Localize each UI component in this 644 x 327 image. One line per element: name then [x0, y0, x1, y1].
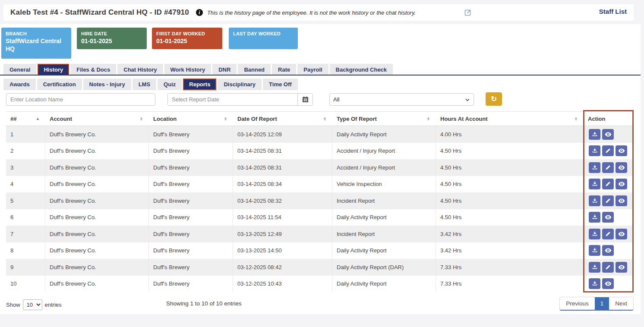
first-day-worked-value: 01-01-2025 — [156, 37, 218, 45]
tab-payroll[interactable]: Payroll — [297, 64, 328, 75]
column-header-location[interactable]: Location▲▼ — [149, 112, 233, 126]
type-of-report-cell: Daily Activity Report (DAR) — [332, 259, 436, 276]
sort-both-icon: ▲▼ — [323, 117, 327, 121]
tab-notes-injury[interactable]: Notes - Injury — [83, 79, 131, 90]
edit-report-button[interactable] — [602, 195, 614, 206]
tab-disciplinary[interactable]: Disciplinary — [218, 79, 262, 90]
tab-quiz[interactable]: Quiz — [158, 79, 182, 90]
report-date-input[interactable] — [168, 94, 297, 105]
view-report-button[interactable] — [602, 245, 614, 256]
tab-general[interactable]: General — [3, 64, 36, 75]
tab-certification[interactable]: Certification — [37, 79, 82, 90]
account-cell: Duff's Brewery Co. — [45, 259, 149, 276]
pencil-icon — [605, 165, 611, 170]
download-report-button[interactable] — [589, 229, 600, 239]
tab-time-off[interactable]: Time Off — [263, 79, 298, 90]
last-day-worked-label: LAST DAY WORKED — [233, 31, 294, 37]
action-cell — [584, 226, 633, 242]
download-icon — [592, 132, 598, 137]
column-header-[interactable]: ##▲ — [6, 112, 45, 126]
column-header-type-of-report[interactable]: Type Of Report▲▼ — [332, 112, 436, 126]
action-cell — [584, 209, 633, 226]
hours-at-account-cell: 4.50 Hrs — [436, 159, 584, 176]
edit-report-button[interactable] — [602, 179, 614, 189]
tab-chat-history[interactable]: Chat History — [117, 64, 163, 75]
column-header-date-of-report[interactable]: Date Of Report▲▼ — [233, 112, 332, 126]
eye-icon — [618, 198, 625, 204]
table-row: 2Duff's Brewery Co.Duff's Brewery03-14-2… — [6, 143, 633, 160]
view-report-button[interactable] — [616, 229, 627, 239]
download-icon — [592, 165, 598, 170]
view-report-button[interactable] — [616, 179, 627, 189]
download-report-button[interactable] — [589, 245, 600, 256]
hours-at-account-cell: 4.50 Hrs — [436, 176, 584, 193]
date-of-report-cell: 03-14-2025 11:54 — [233, 209, 332, 226]
column-header-hours-at-account[interactable]: Hours At Account▲▼ — [436, 112, 584, 126]
tab-lms[interactable]: LMS — [133, 79, 156, 90]
type-of-report-cell: Daily Activity Report — [332, 276, 436, 292]
calendar-icon[interactable] — [297, 94, 313, 105]
view-report-button[interactable] — [616, 262, 627, 273]
type-of-report-cell: Daily Activity Report — [332, 209, 436, 226]
tab-awards[interactable]: Awards — [3, 79, 36, 90]
eye-icon — [605, 281, 612, 286]
eye-icon — [605, 132, 612, 137]
edit-report-button[interactable] — [602, 145, 614, 156]
date-of-report-cell: 03-14-2025 08:31 — [233, 143, 332, 160]
primary-tab-bar: GeneralHistoryFiles & DocsChat HistoryWo… — [3, 64, 393, 75]
date-of-report-cell: 03-13-2025 14:50 — [233, 242, 332, 259]
tab-history[interactable]: History — [38, 64, 69, 75]
account-cell: Duff's Brewery Co. — [45, 126, 149, 143]
location-name-input[interactable] — [6, 93, 155, 106]
view-report-button[interactable] — [602, 212, 614, 223]
refresh-button[interactable]: ↻ — [486, 92, 502, 106]
staff-list-link[interactable]: Staff List — [599, 8, 627, 15]
tab-banned[interactable]: Banned — [238, 64, 271, 75]
tab-work-history[interactable]: Work History — [164, 64, 212, 75]
page-size-select[interactable]: 10 — [23, 299, 42, 310]
tab-files-docs[interactable]: Files & Docs — [70, 64, 116, 75]
action-cell — [584, 126, 633, 143]
edit-report-button[interactable] — [602, 162, 614, 173]
view-report-button[interactable] — [616, 162, 627, 173]
view-report-button[interactable] — [602, 129, 614, 140]
tab-background-check[interactable]: Background Check — [330, 64, 393, 75]
download-icon — [592, 214, 598, 220]
report-type-select[interactable]: All — [329, 93, 474, 106]
view-report-button[interactable] — [616, 145, 627, 156]
table-row: 5Duff's Brewery Co.Duff's Brewery03-14-2… — [6, 192, 633, 209]
download-report-button[interactable] — [589, 262, 600, 273]
location-cell: Duff's Brewery — [149, 242, 233, 259]
eye-icon — [618, 165, 625, 170]
download-report-button[interactable] — [589, 162, 600, 173]
download-report-button[interactable] — [589, 179, 600, 189]
current-page-button[interactable]: 1 — [595, 297, 609, 310]
next-page-button[interactable]: Next — [609, 297, 633, 310]
location-cell: Duff's Brewery — [149, 159, 233, 176]
view-report-button[interactable] — [602, 278, 614, 289]
download-report-button[interactable] — [589, 129, 600, 140]
download-report-button[interactable] — [589, 278, 600, 289]
download-report-button[interactable] — [589, 212, 600, 223]
view-report-button[interactable] — [616, 195, 627, 206]
column-label: Action — [588, 116, 605, 122]
column-label: Type Of Report — [337, 116, 377, 122]
download-report-button[interactable] — [589, 145, 600, 156]
table-row: 6Duff's Brewery Co.Duff's Brewery03-14-2… — [6, 209, 633, 226]
tab-rate[interactable]: Rate — [272, 64, 296, 75]
tab-reports[interactable]: Reports — [183, 79, 216, 90]
download-report-button[interactable] — [589, 195, 600, 206]
edit-report-button[interactable] — [602, 262, 614, 273]
column-header-account[interactable]: Account▲▼ — [45, 112, 149, 126]
column-header-action: Action — [584, 112, 633, 126]
previous-page-button[interactable]: Previous — [560, 297, 595, 310]
edit-report-button[interactable] — [602, 229, 614, 239]
edit-note-icon[interactable] — [464, 9, 472, 16]
hours-at-account-cell: 7.33 Hrs — [436, 259, 584, 276]
table-row: 10Duff's Brewery Co.Duff's Brewery03-12-… — [6, 276, 633, 292]
tab-dnr[interactable]: DNR — [212, 64, 237, 75]
download-icon — [592, 248, 598, 253]
eye-icon — [618, 231, 625, 237]
row-number-cell: 8 — [6, 242, 45, 259]
location-cell: Duff's Brewery — [149, 226, 233, 242]
